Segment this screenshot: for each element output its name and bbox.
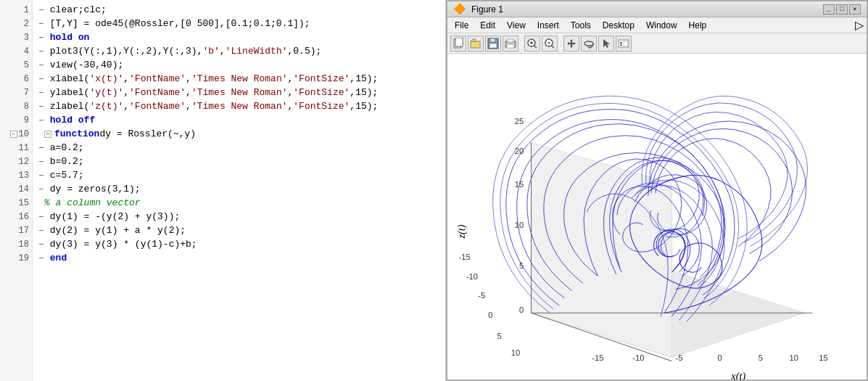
svg-text:5: 5 <box>519 261 524 270</box>
svg-text:25: 25 <box>515 117 524 126</box>
svg-text:x(t): x(t) <box>730 370 745 380</box>
open-button[interactable] <box>468 36 484 52</box>
fold-icon[interactable]: – <box>10 131 17 138</box>
line-number-18: 18 <box>0 237 32 251</box>
figure-plot-area: -15 -10 -5 0 5 10 15 10 5 0 -5 -10 -15 0… <box>447 54 867 380</box>
svg-text:-10: -10 <box>466 272 478 281</box>
figure-title: Figure 1 <box>471 4 817 15</box>
svg-text:15: 15 <box>819 353 827 362</box>
line-number-17: 17 <box>0 224 32 237</box>
code-line-11: –a=0.2; <box>38 141 445 155</box>
menu-insert[interactable]: Insert <box>533 19 563 32</box>
insert-legend-button[interactable] <box>616 36 632 52</box>
svg-text:-5: -5 <box>478 291 485 300</box>
figure-window: 🔶 Figure 1 _ □ ✕ File Edit View Insert T… <box>446 0 868 381</box>
svg-text:5: 5 <box>497 332 501 340</box>
menu-view[interactable]: View <box>503 19 530 32</box>
line-number-11: 11 <box>0 141 32 155</box>
code-line-7: –ylabel('y(t)','FontName','Times New Rom… <box>38 86 445 99</box>
menu-tools[interactable]: Tools <box>566 19 595 32</box>
menu-file[interactable]: File <box>450 19 473 32</box>
inline-fold-icon[interactable]: – <box>44 131 51 138</box>
svg-rect-8 <box>507 44 514 48</box>
svg-text:-15: -15 <box>459 253 471 261</box>
zoom-out-button[interactable] <box>542 36 558 52</box>
sidebar-toggle-icon[interactable]: ▷ <box>855 18 864 32</box>
line-number-16: 16 <box>0 210 32 224</box>
svg-text:5: 5 <box>759 353 763 362</box>
code-line-9: –hold off <box>38 113 445 127</box>
line-number-10: –10 <box>0 127 32 141</box>
line-number-7: 7 <box>0 86 32 99</box>
code-content: –clear;clc;–[T,Y] = ode45(@Rossler,[0 50… <box>33 0 445 381</box>
svg-text:0: 0 <box>488 311 492 319</box>
svg-line-14 <box>552 45 555 48</box>
code-line-8: –zlabel('z(t)','FontName','Times New Rom… <box>38 99 445 113</box>
code-line-13: –c=5.7; <box>38 168 445 182</box>
code-line-18: –dy(3) = y(3) * (y(1)-c)+b; <box>38 237 445 251</box>
menu-window[interactable]: Window <box>642 19 682 32</box>
close-button[interactable]: ✕ <box>849 4 861 15</box>
line-number-5: 5 <box>0 58 32 72</box>
svg-text:0: 0 <box>519 306 524 314</box>
svg-rect-7 <box>508 39 513 42</box>
line-number-15: 15 <box>0 196 32 210</box>
cursor-button[interactable] <box>598 36 614 52</box>
print-button[interactable] <box>503 36 518 52</box>
line-number-12: 12 <box>0 155 32 168</box>
zoom-in-button[interactable] <box>524 36 540 52</box>
code-line-17: –dy(2) = y(1) + a * y(2); <box>38 224 445 237</box>
code-line-10: –function dy = Rossler(~,y) <box>38 127 445 141</box>
svg-text:10: 10 <box>790 353 798 362</box>
line-numbers: 123456789–10111213141516171819 <box>0 0 33 381</box>
code-line-14: –dy = zeros(3,1); <box>38 182 445 196</box>
line-number-14: 14 <box>0 182 32 196</box>
svg-text:-15: -15 <box>592 353 603 362</box>
menu-help[interactable]: Help <box>685 19 711 32</box>
code-line-2: –[T,Y] = ode45(@Rossler,[0 500],[0.1;0.1… <box>38 17 445 30</box>
figure-titlebar: 🔶 Figure 1 _ □ ✕ <box>447 1 867 17</box>
new-figure-button[interactable] <box>450 36 466 52</box>
rotate-button[interactable] <box>581 36 597 52</box>
minimize-button[interactable]: _ <box>823 4 835 15</box>
svg-text:10: 10 <box>511 348 520 357</box>
line-number-8: 8 <box>0 99 32 113</box>
svg-text:0: 0 <box>718 353 722 362</box>
code-line-16: –dy(1) = -(y(2) + y(3)); <box>38 210 445 224</box>
menu-edit[interactable]: Edit <box>476 19 500 32</box>
svg-text:-5: -5 <box>676 353 683 362</box>
svg-rect-5 <box>489 44 497 48</box>
svg-text:z(t): z(t) <box>455 224 468 239</box>
code-line-5: –view(-30,40); <box>38 58 445 72</box>
code-line-6: –xlabel('x(t)','FontName','Times New Rom… <box>38 72 445 86</box>
menu-desktop[interactable]: Desktop <box>598 19 639 32</box>
save-button[interactable] <box>485 36 501 52</box>
svg-rect-2 <box>471 41 480 48</box>
code-line-12: –b=0.2; <box>38 155 445 168</box>
svg-text:20: 20 <box>515 147 524 155</box>
line-number-9: 9 <box>0 113 32 127</box>
line-number-3: 3 <box>0 30 32 44</box>
svg-text:10: 10 <box>515 221 524 229</box>
code-line-15: % a column vector <box>38 196 445 210</box>
window-controls[interactable]: _ □ ✕ <box>823 4 861 15</box>
code-line-1: –clear;clc; <box>38 3 445 17</box>
code-line-3: –hold on <box>38 30 445 44</box>
svg-rect-4 <box>490 38 495 42</box>
figure-menubar[interactable]: File Edit View Insert Tools Desktop Wind… <box>447 17 867 33</box>
svg-text:-10: -10 <box>632 353 644 362</box>
svg-point-16 <box>584 41 593 46</box>
maximize-button[interactable]: □ <box>836 4 848 15</box>
line-number-13: 13 <box>0 168 32 182</box>
figure-toolbar[interactable] <box>447 33 867 54</box>
code-line-19: –end <box>38 251 445 265</box>
svg-rect-1 <box>455 38 463 46</box>
code-line-4: –plot3(Y(:,1),Y(:,2),Y(:,3),'b','LineWid… <box>38 44 445 58</box>
pan-button[interactable] <box>563 36 579 52</box>
svg-line-10 <box>534 45 537 48</box>
code-editor[interactable]: 123456789–10111213141516171819 –clear;cl… <box>0 0 446 381</box>
line-number-19: 19 <box>0 251 32 265</box>
line-number-4: 4 <box>0 44 32 58</box>
line-number-6: 6 <box>0 72 32 86</box>
svg-text:15: 15 <box>515 180 524 189</box>
